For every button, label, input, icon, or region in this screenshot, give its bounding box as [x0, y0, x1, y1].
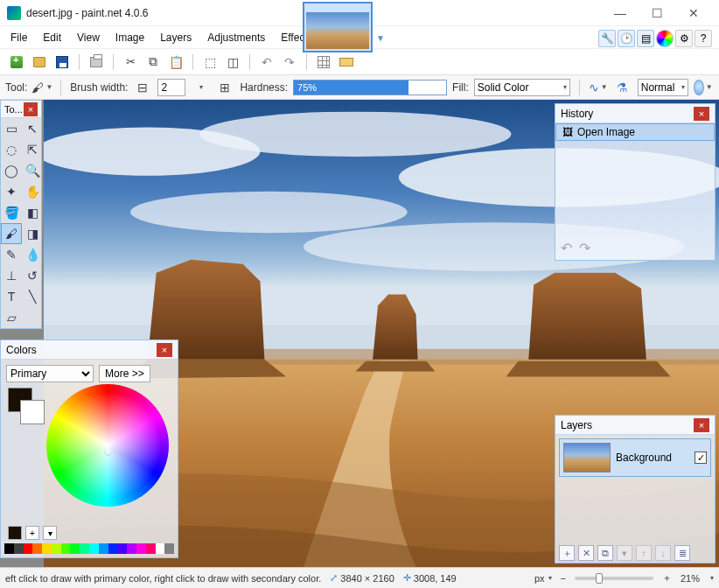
cut-button[interactable]: ✂: [121, 52, 140, 72]
secondary-color-swatch[interactable]: [20, 400, 45, 424]
print-button[interactable]: [87, 52, 106, 72]
layer-delete-button[interactable]: ✕: [578, 545, 594, 561]
palette-swatch[interactable]: [80, 543, 89, 554]
palette-swatch[interactable]: [156, 543, 165, 554]
copy-button[interactable]: ⧉: [143, 52, 163, 72]
palette-swatch[interactable]: [32, 543, 42, 554]
tool-gradient[interactable]: ◧: [22, 202, 43, 223]
colors-panel-titlebar[interactable]: Colors ×: [1, 340, 178, 360]
color-wheel-cursor[interactable]: [104, 447, 113, 456]
settings-icon[interactable]: ⚙: [675, 30, 693, 47]
history-redo-icon[interactable]: ↷: [579, 240, 590, 256]
crop-button[interactable]: ⬚: [200, 52, 220, 72]
palette-menu-icon[interactable]: ▾: [43, 526, 57, 540]
tool-paintbrush[interactable]: 🖌: [1, 223, 22, 244]
history-toggle-icon[interactable]: 🕑: [618, 30, 635, 47]
palette-swatch[interactable]: [164, 543, 174, 554]
palette-swatch[interactable]: [24, 543, 33, 554]
brush-width-decrease[interactable]: ⊟: [133, 78, 152, 97]
palette-swatch[interactable]: [52, 543, 61, 554]
redo-button[interactable]: ↷: [280, 52, 299, 72]
brush-width-input[interactable]: [157, 79, 185, 96]
palette-add-icon[interactable]: +: [25, 526, 39, 540]
palette-swatch[interactable]: [127, 543, 136, 554]
tools-panel-title[interactable]: To... ×: [1, 101, 41, 118]
tools-panel-close-icon[interactable]: ×: [24, 102, 38, 116]
menu-file[interactable]: File: [3, 28, 34, 47]
blend-mode-select[interactable]: Normal▾: [638, 79, 688, 96]
menu-edit[interactable]: Edit: [36, 28, 68, 47]
history-panel-close-icon[interactable]: ×: [694, 107, 709, 121]
minimize-button[interactable]: —: [602, 1, 639, 25]
menu-layers[interactable]: Layers: [153, 28, 199, 47]
unit-select[interactable]: px▾: [534, 573, 552, 584]
layers-panel-close-icon[interactable]: ×: [694, 418, 709, 432]
brush-width-dropdown[interactable]: ▾: [191, 78, 210, 97]
menu-view[interactable]: View: [70, 28, 107, 47]
tool-picker[interactable]: 🖌▼: [32, 78, 52, 97]
maximize-button[interactable]: ☐: [639, 1, 675, 25]
palette-swatch[interactable]: [108, 543, 118, 554]
tool-ellipse-select[interactable]: ◯: [1, 160, 22, 181]
fill-select[interactable]: Solid Color▾: [474, 79, 570, 96]
layer-properties-button[interactable]: ≣: [674, 545, 690, 561]
blend-flask-icon[interactable]: ⚗: [613, 78, 632, 97]
zoom-dropdown-icon[interactable]: ▾: [710, 574, 714, 582]
tool-pencil[interactable]: ✎: [1, 244, 22, 265]
layer-merge-button[interactable]: ▾: [617, 545, 632, 561]
grid-toggle-button[interactable]: [314, 52, 333, 72]
palette-swatch[interactable]: [61, 543, 71, 554]
layer-duplicate-button[interactable]: ⧉: [597, 545, 613, 561]
brush-width-increase[interactable]: ⊞: [215, 78, 234, 97]
zoom-out-button[interactable]: −: [561, 573, 566, 584]
document-tab[interactable]: [303, 2, 373, 52]
tool-clone-stamp[interactable]: ⊥: [1, 265, 22, 286]
save-button[interactable]: [52, 52, 72, 72]
layer-row[interactable]: Background ✓: [559, 438, 711, 477]
layer-moveup-button[interactable]: ↑: [636, 545, 652, 561]
palette-row[interactable]: [4, 543, 174, 554]
undo-button[interactable]: ↶: [257, 52, 276, 72]
color-mode-select[interactable]: Primary: [6, 365, 94, 382]
tool-eraser[interactable]: ◨: [22, 223, 43, 244]
close-button[interactable]: ✕: [675, 1, 712, 25]
tool-paint-bucket[interactable]: 🪣: [1, 202, 22, 223]
tool-recolor[interactable]: ↺: [22, 265, 43, 286]
tool-move-selected[interactable]: ↖: [22, 118, 43, 139]
menu-adjustments[interactable]: Adjustments: [200, 28, 272, 47]
tool-magic-wand[interactable]: ✦: [1, 181, 22, 202]
palette-swatch[interactable]: [89, 543, 99, 554]
antialias-button[interactable]: ∿▼: [589, 78, 608, 97]
palette-swatch[interactable]: [42, 543, 52, 554]
tool-text[interactable]: T: [1, 286, 22, 307]
history-undo-icon[interactable]: ↶: [561, 240, 572, 256]
deselect-button[interactable]: ◫: [223, 52, 242, 72]
tool-pan[interactable]: ✋: [22, 181, 43, 202]
zoom-slider[interactable]: [575, 577, 653, 580]
palette-swatch[interactable]: [70, 543, 80, 554]
tool-zoom[interactable]: 🔍: [22, 160, 43, 181]
ruler-toggle-button[interactable]: [337, 52, 356, 72]
menu-image[interactable]: Image: [108, 28, 151, 47]
colors-toggle-icon[interactable]: [656, 30, 674, 47]
layer-add-button[interactable]: ＋: [559, 545, 575, 561]
colors-panel-close-icon[interactable]: ×: [157, 343, 172, 357]
tool-move-selection[interactable]: ⇱: [22, 139, 43, 160]
palette-swatch[interactable]: [99, 543, 108, 554]
history-panel-titlebar[interactable]: History ×: [555, 104, 715, 123]
tool-line[interactable]: ╲: [22, 286, 43, 307]
tools-toggle-icon[interactable]: 🔧: [598, 30, 616, 47]
new-file-button[interactable]: [7, 52, 26, 72]
palette-swatch[interactable]: [136, 543, 146, 554]
tool-shapes[interactable]: ▱: [1, 307, 22, 328]
layer-movedown-button[interactable]: ↓: [655, 545, 671, 561]
layers-toggle-icon[interactable]: ▤: [637, 30, 654, 47]
history-item[interactable]: 🖼 Open Image: [555, 123, 715, 141]
colors-more-button[interactable]: More >>: [99, 365, 150, 382]
open-file-button[interactable]: [30, 52, 49, 72]
tool-color-picker[interactable]: 💧: [22, 244, 43, 265]
color-wheel[interactable]: [46, 384, 169, 507]
palette-swatch[interactable]: [117, 543, 127, 554]
layer-target-button[interactable]: ▼: [694, 78, 713, 97]
tool-rectangle-select[interactable]: ▭: [1, 118, 22, 139]
